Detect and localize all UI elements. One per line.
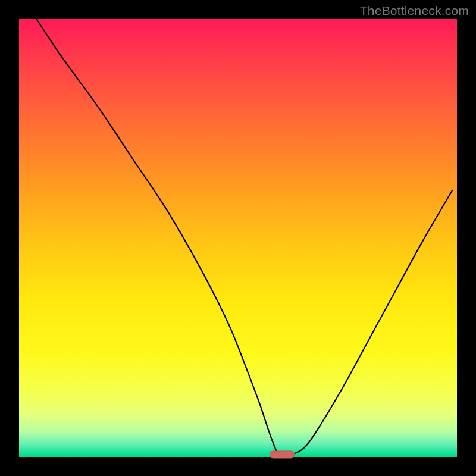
curve-path (36, 19, 452, 456)
watermark-text: TheBottleneck.com (360, 4, 469, 18)
plot-area (19, 19, 457, 457)
chart-frame: TheBottleneck.com (0, 0, 476, 476)
optimal-point-marker (270, 451, 295, 459)
bottleneck-curve (19, 19, 457, 457)
